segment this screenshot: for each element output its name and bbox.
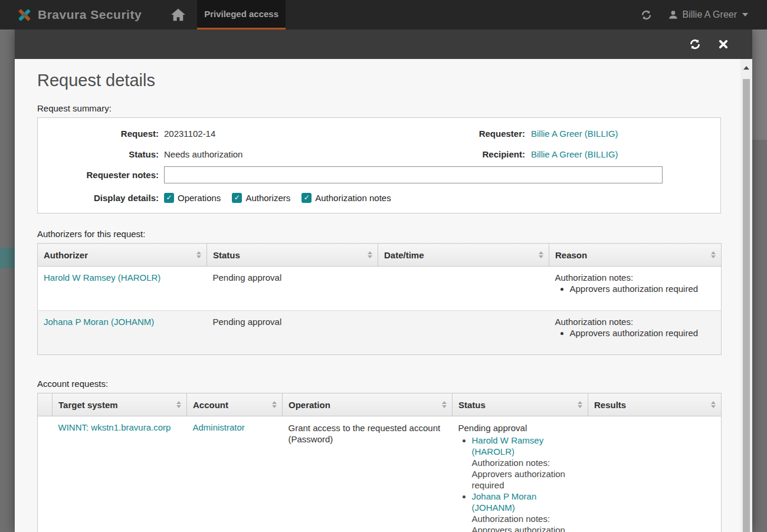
table-row: Harold W Ramsey (HAROLR) Pending approva… [38,267,722,311]
top-navigation-bar: Bravura Security Privileged access [0,0,767,29]
sort-icon [578,401,582,408]
recipient-link[interactable]: Billie A Greer (BILLIG) [531,149,618,159]
status-value: Needs authorization [159,149,409,159]
scrollbar-thumb[interactable] [743,79,750,532]
scrollbar-up-arrow[interactable] [740,59,752,77]
target-system-cell: WINNT: wkstn1.bravura.corp [53,416,187,532]
requester-link[interactable]: Billie A Greer (BILLIG) [531,129,618,139]
authorization-notes-title: Authorization notes: [555,272,716,283]
summary-row-request: Request: 20231102-14 Requester: Billie A… [38,123,720,144]
authorizers-table: Authorizer Status Date/time Reason [37,243,722,355]
authorizer-link[interactable]: Johana P Moran (JOHANM) [472,491,537,513]
column-header-reason[interactable]: Reason [549,244,722,267]
checkbox-item-authorizers: ✓ Authorizers [232,193,290,203]
summary-row-requester-notes: Requester notes: [38,165,720,185]
authorizer-cell: Harold W Ramsey (HAROLR) [38,267,207,311]
sort-icon [196,251,201,258]
sort-icon [711,251,716,258]
row-selector-cell [38,416,53,532]
display-details-options: ✓ Operations ✓ Authorizers ✓ Authorizati… [159,193,391,203]
request-summary-label: Request summary: [37,103,710,113]
dimmed-background-panel [752,29,767,140]
authorizers-checkbox-label: Authorizers [245,193,290,203]
authorizers-checkbox[interactable]: ✓ [232,193,242,203]
dialog-refresh-icon[interactable] [689,38,702,51]
dialog-close-icon[interactable] [718,39,729,50]
sort-icon [368,251,372,258]
target-system-link[interactable]: WINNT: wkstn1.bravura.corp [58,422,171,432]
authorization-note-text: Approvers authorization required [472,468,582,491]
request-details-dialog: Request details Request summary: Request… [15,29,752,532]
bravura-logo-icon [17,7,32,23]
reason-cell: Authorization notes: Approvers authoriza… [549,311,722,355]
dialog-scrollbar [740,59,752,532]
column-header-datetime[interactable]: Date/time [378,244,549,267]
dimmed-background-row-highlight [0,248,15,268]
status-authorizer-item: Harold W Ramsey (HAROLR) Authorization n… [472,435,582,491]
operations-checkbox[interactable]: ✓ [164,193,174,203]
authorizer-link[interactable]: Harold W Ramsey (HAROLR) [44,272,160,283]
requester-notes-input[interactable] [164,166,663,183]
column-header-results[interactable]: Results [588,393,722,416]
status-text: Pending approval [458,422,582,434]
column-header-authorizer[interactable]: Authorizer [38,244,207,267]
summary-row-display-details: Display details: ✓ Operations ✓ Authoriz… [38,189,720,206]
column-header-status[interactable]: Status [453,393,588,416]
authorization-note-text: Approvers authorization required [472,524,582,532]
operations-checkbox-label: Operations [178,193,221,203]
brand-name: Bravura Security [38,8,142,22]
sort-icon [539,251,543,258]
requester-notes-label: Requester notes: [38,170,159,180]
authorizers-section-label: Authorizers for this request: [37,229,710,239]
column-header-blank[interactable] [38,393,53,416]
home-icon [171,8,186,22]
requester-label: Requester: [409,129,525,139]
request-summary-panel: Request: 20231102-14 Requester: Billie A… [37,117,721,214]
home-tab[interactable] [159,0,197,29]
authorizers-header-row: Authorizer Status Date/time Reason [38,244,722,267]
table-row: Johana P Moran (JOHANM) Pending approval… [38,311,722,355]
datetime-cell [378,267,549,311]
authorization-notes-title: Authorization notes: [472,457,582,468]
page-title: Request details [37,71,710,90]
authorizer-link[interactable]: Johana P Moran (JOHANM) [44,317,154,327]
column-header-status[interactable]: Status [207,244,378,267]
results-cell [588,416,722,532]
column-header-target-system[interactable]: Target system [53,393,187,416]
account-link[interactable]: Administrator [193,422,245,432]
chevron-down-icon [742,13,748,17]
status-authorizer-item: Johana P Moran (JOHANM) Authorization no… [472,491,582,532]
authorizer-link[interactable]: Harold W Ramsey (HAROLR) [472,435,544,457]
status-label: Status: [38,149,159,159]
user-menu[interactable]: Billie A Greer [668,9,748,20]
authorization-notes-title: Authorization notes: [472,513,582,524]
dialog-header [15,29,752,59]
sort-icon [711,401,716,408]
recipient-value: Billie A Greer (BILLIG) [525,149,720,159]
summary-row-status: Status: Needs authorization Recipient: B… [38,144,720,165]
topbar-right: Billie A Greer [640,0,767,29]
request-value: 20231102-14 [159,129,409,139]
authorizer-cell: Johana P Moran (JOHANM) [38,311,207,355]
sort-icon [176,401,181,408]
requester-value: Billie A Greer (BILLIG) [525,129,720,139]
authorization-notes-checkbox[interactable]: ✓ [301,193,312,203]
user-icon [668,9,678,20]
recipient-label: Recipient: [409,149,525,159]
reason-cell: Authorization notes: Approvers authoriza… [549,267,722,311]
sort-icon [272,401,277,408]
tab-privileged-access-label: Privileged access [204,9,278,19]
authorization-notes-checkbox-label: Authorization notes [315,193,391,203]
checkbox-item-operations: ✓ Operations [164,193,221,203]
authorization-notes-title: Authorization notes: [555,317,716,327]
account-requests-header-row: Target system Account Operation Status [38,393,722,416]
account-requests-section-label: Account requests: [37,379,710,389]
brand-logo[interactable]: Bravura Security [0,0,159,29]
topbar-refresh-icon[interactable] [640,9,653,21]
topbar-spacer [286,0,640,29]
column-header-account[interactable]: Account [187,393,283,416]
tab-privileged-access[interactable]: Privileged access [197,0,286,29]
checkbox-item-authorization-notes: ✓ Authorization notes [301,193,391,203]
table-row: WINNT: wkstn1.bravura.corp Administrator… [38,416,722,532]
column-header-operation[interactable]: Operation [283,393,453,416]
